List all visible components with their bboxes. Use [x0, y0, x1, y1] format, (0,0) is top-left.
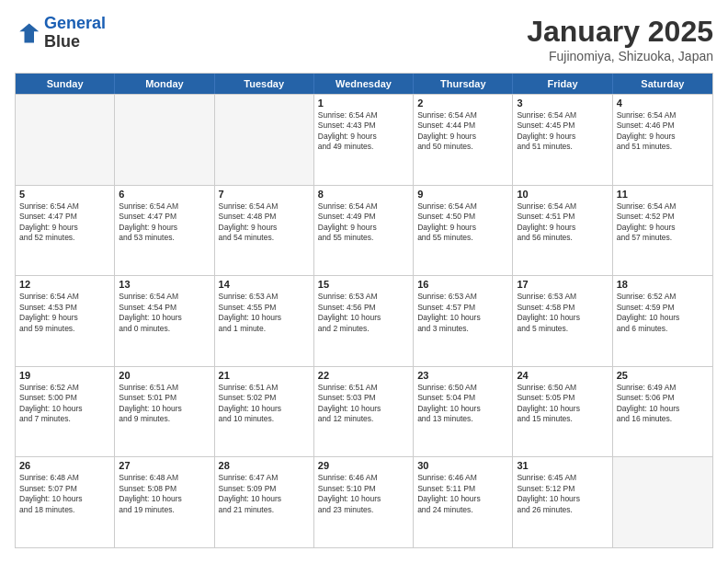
- day-number: 11: [617, 189, 709, 200]
- cal-cell: 17Sunrise: 6:53 AM Sunset: 4:58 PM Dayli…: [513, 276, 612, 366]
- day-number: 13: [119, 279, 210, 290]
- cal-cell: 10Sunrise: 6:54 AM Sunset: 4:51 PM Dayli…: [513, 186, 612, 276]
- day-number: 14: [219, 279, 310, 290]
- month-title: January 2025: [527, 15, 713, 49]
- cal-cell: 7Sunrise: 6:54 AM Sunset: 4:48 PM Daylig…: [215, 186, 314, 276]
- day-number: 7: [219, 189, 310, 200]
- cal-cell: 1Sunrise: 6:54 AM Sunset: 4:43 PM Daylig…: [314, 95, 414, 185]
- cell-info: Sunrise: 6:54 AM Sunset: 4:51 PM Dayligh…: [517, 201, 608, 244]
- day-number: 22: [318, 370, 409, 381]
- cal-cell: [115, 95, 214, 185]
- day-number: 18: [617, 279, 709, 290]
- day-number: 20: [119, 370, 210, 381]
- cell-info: Sunrise: 6:54 AM Sunset: 4:53 PM Dayligh…: [19, 292, 110, 334]
- day-number: 4: [617, 98, 709, 109]
- header-cell-monday: Monday: [115, 74, 214, 94]
- cell-info: Sunrise: 6:50 AM Sunset: 5:04 PM Dayligh…: [417, 383, 508, 425]
- cal-cell: 21Sunrise: 6:51 AM Sunset: 5:02 PM Dayli…: [215, 367, 314, 457]
- cell-info: Sunrise: 6:54 AM Sunset: 4:47 PM Dayligh…: [19, 201, 110, 244]
- cell-info: Sunrise: 6:48 AM Sunset: 5:07 PM Dayligh…: [19, 473, 110, 515]
- cell-info: Sunrise: 6:54 AM Sunset: 4:45 PM Dayligh…: [517, 110, 608, 153]
- day-number: 27: [119, 460, 210, 471]
- header-cell-friday: Friday: [513, 74, 612, 94]
- title-block: January 2025 Fujinomiya, Shizuoka, Japan: [527, 15, 713, 63]
- cal-cell: 30Sunrise: 6:46 AM Sunset: 5:11 PM Dayli…: [414, 457, 513, 547]
- cell-info: Sunrise: 6:54 AM Sunset: 4:46 PM Dayligh…: [617, 110, 709, 153]
- header-cell-tuesday: Tuesday: [215, 74, 314, 94]
- day-number: 9: [417, 189, 508, 200]
- cal-cell: 5Sunrise: 6:54 AM Sunset: 4:47 PM Daylig…: [16, 186, 115, 276]
- cell-info: Sunrise: 6:51 AM Sunset: 5:02 PM Dayligh…: [219, 383, 310, 425]
- header-cell-wednesday: Wednesday: [314, 74, 414, 94]
- cal-cell: 20Sunrise: 6:51 AM Sunset: 5:01 PM Dayli…: [115, 367, 214, 457]
- day-number: 12: [19, 279, 110, 290]
- cell-info: Sunrise: 6:51 AM Sunset: 5:01 PM Dayligh…: [119, 383, 210, 425]
- cal-cell: 15Sunrise: 6:53 AM Sunset: 4:56 PM Dayli…: [314, 276, 414, 366]
- cell-info: Sunrise: 6:53 AM Sunset: 4:57 PM Dayligh…: [417, 292, 508, 334]
- day-number: 23: [417, 370, 508, 381]
- cal-cell: 26Sunrise: 6:48 AM Sunset: 5:07 PM Dayli…: [16, 457, 115, 547]
- cal-cell: 29Sunrise: 6:46 AM Sunset: 5:10 PM Dayli…: [314, 457, 414, 547]
- logo: General Blue: [15, 15, 106, 52]
- cal-cell: 25Sunrise: 6:49 AM Sunset: 5:06 PM Dayli…: [613, 367, 712, 457]
- day-number: 24: [517, 370, 608, 381]
- day-number: 26: [19, 460, 110, 471]
- cal-cell: 3Sunrise: 6:54 AM Sunset: 4:45 PM Daylig…: [513, 95, 612, 185]
- header-cell-saturday: Saturday: [613, 74, 712, 94]
- day-number: 30: [417, 460, 508, 471]
- cal-cell: 16Sunrise: 6:53 AM Sunset: 4:57 PM Dayli…: [414, 276, 513, 366]
- header: General Blue January 2025 Fujinomiya, Sh…: [15, 15, 713, 63]
- cal-row-2: 12Sunrise: 6:54 AM Sunset: 4:53 PM Dayli…: [16, 275, 712, 366]
- cell-info: Sunrise: 6:53 AM Sunset: 4:55 PM Dayligh…: [219, 292, 310, 334]
- cal-row-4: 26Sunrise: 6:48 AM Sunset: 5:07 PM Dayli…: [16, 456, 712, 547]
- day-number: 1: [318, 98, 409, 109]
- cal-cell: 22Sunrise: 6:51 AM Sunset: 5:03 PM Dayli…: [314, 367, 414, 457]
- day-number: 16: [417, 279, 508, 290]
- logo-icon: [15, 20, 40, 46]
- cell-info: Sunrise: 6:45 AM Sunset: 5:12 PM Dayligh…: [517, 473, 608, 515]
- cal-cell: 2Sunrise: 6:54 AM Sunset: 4:44 PM Daylig…: [414, 95, 513, 185]
- cell-info: Sunrise: 6:47 AM Sunset: 5:09 PM Dayligh…: [219, 473, 310, 515]
- cal-cell: [613, 457, 712, 547]
- cal-cell: 14Sunrise: 6:53 AM Sunset: 4:55 PM Dayli…: [215, 276, 314, 366]
- cell-info: Sunrise: 6:51 AM Sunset: 5:03 PM Dayligh…: [318, 383, 409, 425]
- day-number: 5: [19, 189, 110, 200]
- cell-info: Sunrise: 6:46 AM Sunset: 5:10 PM Dayligh…: [318, 473, 409, 515]
- day-number: 28: [219, 460, 310, 471]
- cal-cell: 27Sunrise: 6:48 AM Sunset: 5:08 PM Dayli…: [115, 457, 214, 547]
- day-number: 29: [318, 460, 409, 471]
- page: General Blue January 2025 Fujinomiya, Sh…: [0, 0, 728, 563]
- day-number: 31: [517, 460, 608, 471]
- cal-cell: 9Sunrise: 6:54 AM Sunset: 4:50 PM Daylig…: [414, 186, 513, 276]
- cell-info: Sunrise: 6:50 AM Sunset: 5:05 PM Dayligh…: [517, 383, 608, 425]
- cell-info: Sunrise: 6:52 AM Sunset: 4:59 PM Dayligh…: [617, 292, 709, 334]
- cell-info: Sunrise: 6:54 AM Sunset: 4:44 PM Dayligh…: [417, 110, 508, 153]
- cal-row-3: 19Sunrise: 6:52 AM Sunset: 5:00 PM Dayli…: [16, 366, 712, 457]
- cell-info: Sunrise: 6:53 AM Sunset: 4:58 PM Dayligh…: [517, 292, 608, 334]
- calendar-header: SundayMondayTuesdayWednesdayThursdayFrid…: [16, 74, 712, 94]
- day-number: 6: [119, 189, 210, 200]
- cell-info: Sunrise: 6:48 AM Sunset: 5:08 PM Dayligh…: [119, 473, 210, 515]
- day-number: 25: [617, 370, 709, 381]
- cal-cell: 13Sunrise: 6:54 AM Sunset: 4:54 PM Dayli…: [115, 276, 214, 366]
- cell-info: Sunrise: 6:54 AM Sunset: 4:43 PM Dayligh…: [318, 110, 409, 153]
- cell-info: Sunrise: 6:54 AM Sunset: 4:47 PM Dayligh…: [119, 201, 210, 244]
- cell-info: Sunrise: 6:54 AM Sunset: 4:48 PM Dayligh…: [219, 201, 310, 244]
- cell-info: Sunrise: 6:52 AM Sunset: 5:00 PM Dayligh…: [19, 383, 110, 425]
- day-number: 21: [219, 370, 310, 381]
- cal-row-0: 1Sunrise: 6:54 AM Sunset: 4:43 PM Daylig…: [16, 94, 712, 185]
- cal-cell: [215, 95, 314, 185]
- day-number: 17: [517, 279, 608, 290]
- cal-cell: 11Sunrise: 6:54 AM Sunset: 4:52 PM Dayli…: [613, 186, 712, 276]
- cell-info: Sunrise: 6:46 AM Sunset: 5:11 PM Dayligh…: [417, 473, 508, 515]
- cal-cell: 18Sunrise: 6:52 AM Sunset: 4:59 PM Dayli…: [613, 276, 712, 366]
- cell-info: Sunrise: 6:54 AM Sunset: 4:54 PM Dayligh…: [119, 292, 210, 334]
- logo-text: General Blue: [44, 15, 106, 52]
- day-number: 19: [19, 370, 110, 381]
- day-number: 3: [517, 98, 608, 109]
- cal-cell: 31Sunrise: 6:45 AM Sunset: 5:12 PM Dayli…: [513, 457, 612, 547]
- day-number: 10: [517, 189, 608, 200]
- cal-cell: 19Sunrise: 6:52 AM Sunset: 5:00 PM Dayli…: [16, 367, 115, 457]
- cal-cell: 24Sunrise: 6:50 AM Sunset: 5:05 PM Dayli…: [513, 367, 612, 457]
- day-number: 2: [417, 98, 508, 109]
